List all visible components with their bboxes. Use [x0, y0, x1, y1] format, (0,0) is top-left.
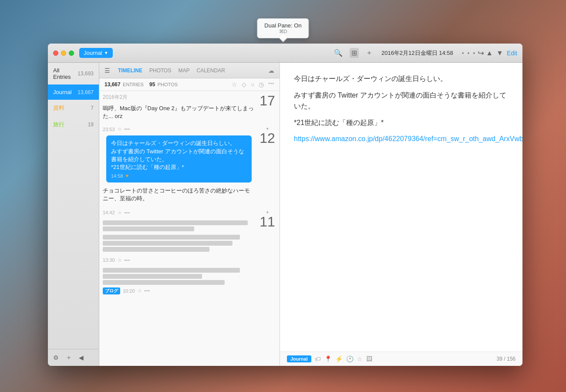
sidebar-item-shizai[interactable]: 資料 7 [48, 100, 99, 116]
close-button[interactable] [53, 51, 58, 56]
entry-time-1020: 10:20 [123, 288, 135, 294]
tab-calendar[interactable]: CALENDAR [194, 67, 227, 74]
footer-star-icon[interactable]: ☆ [357, 355, 363, 362]
detail-link[interactable]: https://www.amazon.co.jp/dp/4622079364/r… [294, 135, 522, 142]
dots-1330: ••• [125, 258, 131, 263]
page-current: 39 [497, 356, 502, 362]
filter-star-icon[interactable]: ☆ [232, 81, 237, 88]
tab-timeline[interactable]: TIMELINE [115, 67, 145, 74]
photos-label: PHOTOS [158, 82, 178, 87]
day-number-17: 17 [259, 94, 276, 108]
share-icon[interactable]: ↪ [478, 48, 484, 58]
blurred-line-6 [103, 268, 240, 273]
minimize-button[interactable] [61, 51, 66, 56]
star-1442: ☆ [118, 210, 122, 216]
entry-feb12-selected[interactable]: 今日はチャールズ・ダーウィンの誕生日らしい。みすず書房の Twitter アカウ… [106, 135, 252, 182]
tab-photos[interactable]: PHOTOS [147, 67, 174, 74]
blurred-line-8 [103, 280, 225, 285]
footer-location-icon[interactable]: 📍 [324, 355, 332, 362]
entries-label: ENTRIES [123, 82, 144, 87]
entry-feb12-text: 今日はチャールズ・ダーウィンの誕生日らしい。みすず書房の Twitter アカウ… [111, 139, 247, 171]
app-window: Journal ▼ 🔍 ⊞ ＋ 2016年2月12日金曜日 14:58 • • … [48, 44, 522, 366]
photos-count: 95 [149, 81, 155, 88]
entry-feb12-chocolate[interactable]: チョコレートの甘さとコーヒーのほろ苦さの絶妙なハーモニー、至福の時。 [103, 184, 255, 205]
edit-button[interactable]: Edit [507, 50, 517, 57]
entry-time-footer: 14:58 [111, 173, 123, 179]
dual-pane-tooltip: Dual Pane: On ⌘D [257, 18, 309, 38]
collapse-sidebar-icon[interactable]: ◀ [79, 354, 84, 361]
detail-footer: Journal 🏷 📍 ⚡ 🕐 ☆ 🖼 39 / 156 [280, 351, 522, 366]
sidebar-ryoko-label: 旅行 [53, 121, 64, 128]
journal-dropdown-button[interactable]: Journal ▼ [79, 48, 113, 58]
detail-content: 今日はチャールズ・ダーウィンの誕生日らしい。 みすず書房の Twitter アカ… [280, 63, 522, 351]
blurred-line-5 [103, 247, 209, 252]
maximize-button[interactable] [69, 51, 74, 56]
main-content: All Entries 13,693 Journal 13,667 資料 7 旅… [48, 63, 522, 366]
dual-pane-icon[interactable]: ⊞ [350, 48, 359, 58]
sidebar-item-ryoko[interactable]: 旅行 19 [48, 116, 99, 133]
blurred-line-4 [103, 241, 232, 246]
sidebar-item-all-entries[interactable]: All Entries 13,693 [48, 63, 99, 84]
add-entry-icon[interactable]: ＋ [366, 48, 373, 57]
sidebar-all-entries-count: 13,693 [77, 71, 94, 77]
detail-para-4: https://www.amazon.co.jp/dp/4622079364/r… [294, 133, 509, 145]
more-options-icon[interactable]: • • • [462, 50, 476, 57]
date-group-11: 14:42 ☆ ••• [99, 206, 280, 297]
titlebar-nav: ▲ ▼ [486, 49, 503, 57]
sidebar-item-journal[interactable]: Journal 13,667 [48, 84, 99, 100]
day-number-11: 11 [259, 215, 276, 229]
list-header: 13,667 ENTRIES 95 PHOTOS ☆ ◇ ○ ◷ ••• [99, 78, 280, 91]
date-label-17: 2016年2月 [103, 94, 255, 101]
star-1330: ☆ [118, 257, 122, 263]
search-icon[interactable]: 🔍 [334, 49, 343, 57]
subtoolbar: ☰ TIMELINE PHOTOS MAP CALENDAR ☁ [99, 63, 280, 78]
page-total: 156 [507, 356, 515, 362]
entry-chocolate-text: チョコレートの甘さとコーヒーのほろ苦さの絶妙なハーモニー、至福の時。 [103, 187, 255, 203]
time-1442: 14:42 [103, 210, 115, 215]
titlebar-date: 2016年2月12日金曜日 14:58 [381, 49, 453, 57]
list-more-icon[interactable]: ••• [268, 81, 274, 88]
nav-down-icon[interactable]: ▼ [496, 49, 503, 57]
entries-stats: 13,667 ENTRIES 95 PHOTOS [104, 81, 178, 88]
sidebar-spacer [48, 133, 99, 349]
titlebar-icons: 🔍 ⊞ ＋ [334, 48, 373, 58]
filter-tag-icon[interactable]: ◇ [242, 81, 246, 88]
sidebar: All Entries 13,693 Journal 13,667 資料 7 旅… [48, 63, 99, 366]
filter-globe-icon[interactable]: ○ [251, 81, 254, 88]
journal-btn-label: Journal [84, 50, 102, 56]
chevron-down-icon: ▼ [104, 51, 108, 55]
cloud-icon[interactable]: ☁ [268, 67, 274, 74]
detail-para-2: みすず書房の Twitter アカウントが関連の面白そうな書籍を紹介していた。 [294, 90, 509, 112]
entry-feb11-blurred1[interactable] [103, 217, 255, 257]
nav-up-icon[interactable]: ▲ [486, 49, 493, 57]
footer-clock-icon[interactable]: 🕐 [346, 355, 354, 362]
tooltip-title: Dual Pane: On [264, 22, 301, 29]
entry-feb17-text: 嗚呼、Mac版の『Day One 2』もアップデートが来てしまった... orz [103, 105, 255, 120]
dots-2353: ••• [125, 127, 131, 132]
entry-feb12-footer: 14:58 ★ [111, 173, 247, 179]
footer-tag-icon[interactable]: 🏷 [315, 355, 321, 362]
footer-photo-icon[interactable]: 🖼 [366, 355, 372, 362]
back-icon[interactable]: ☰ [104, 67, 110, 74]
entry-feb11-blurred2[interactable]: ブログ 10:20 ☆ ••• [103, 265, 255, 296]
traffic-lights [53, 51, 74, 56]
sidebar-journal-count: 13,667 [77, 89, 94, 95]
detail-para-1: 今日はチャールズ・ダーウィンの誕生日らしい。 [294, 73, 509, 84]
settings-icon[interactable]: ⚙ [53, 354, 59, 361]
entry-feb17[interactable]: 嗚呼、Mac版の『Day One 2』もアップデートが来てしまった... orz [103, 103, 255, 122]
detail-pane: 今日はチャールズ・ダーウィンの誕生日らしい。 みすず書房の Twitter アカ… [280, 63, 522, 366]
sidebar-bottom: ⚙ ＋ ◀ [48, 349, 99, 366]
entry-star-icon: ★ [125, 173, 129, 179]
tooltip-shortcut: ⌘D [264, 29, 301, 34]
tab-map[interactable]: MAP [175, 67, 192, 74]
add-journal-icon[interactable]: ＋ [66, 354, 72, 362]
detail-para-3: *21世紀に読む「種の起原」* [294, 117, 509, 128]
blurred-line-1 [103, 220, 248, 225]
sidebar-journal-label: Journal [53, 89, 72, 95]
titlebar: Journal ▼ 🔍 ⊞ ＋ 2016年2月12日金曜日 14:58 • • … [48, 44, 522, 63]
day-number-12: 12 [259, 131, 276, 145]
footer-activity-icon[interactable]: ⚡ [335, 355, 343, 362]
blurred-line-2 [103, 226, 194, 231]
entry-time-row-2353: 23:53 ☆ ••• [103, 125, 255, 134]
filter-time-icon[interactable]: ◷ [259, 81, 264, 88]
